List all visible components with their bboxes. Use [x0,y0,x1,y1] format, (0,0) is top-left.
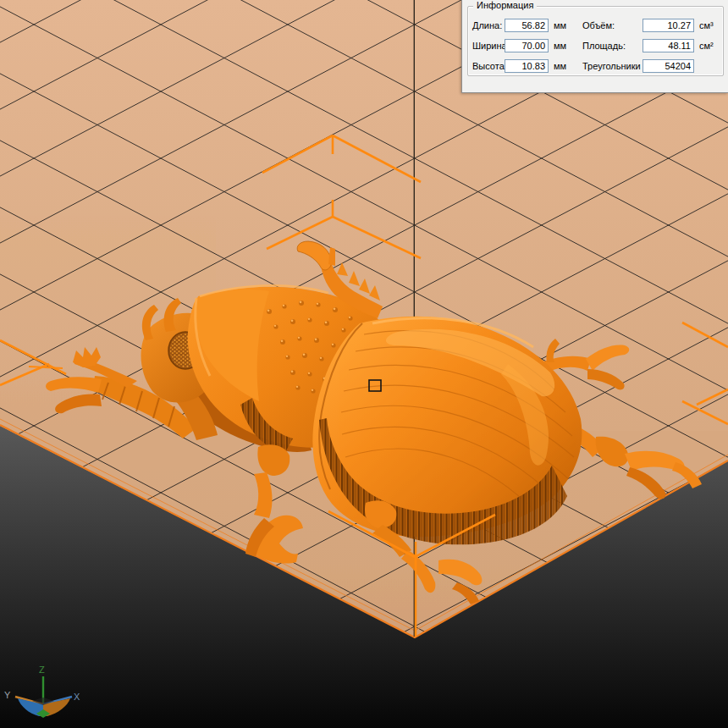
info-panel: Информация Длина: 56.82 мм Ширина: 70.00… [461,0,728,93]
height-input[interactable]: 10.83 [505,59,549,73]
stats-column: Объём: 10.27 см³ Площадь: 48.11 см² Треу… [582,19,721,73]
triangles-unit [694,59,721,73]
width-input[interactable]: 70.00 [505,39,549,52]
height-label: Высота: [472,59,505,73]
dimensions-column: Длина: 56.82 мм Ширина: 70.00 мм Высота:… [472,19,582,73]
triangles-input[interactable]: 54204 [643,59,694,73]
information-groupbox: Информация Длина: 56.82 мм Ширина: 70.00… [467,6,724,76]
width-unit: мм [549,39,582,52]
area-unit: см² [694,39,721,52]
volume-input[interactable]: 10.27 [643,19,694,32]
y-axis-label: Y [4,690,11,700]
length-label: Длина: [472,19,505,32]
height-unit: мм [549,59,582,73]
triangles-label: Треугольники [582,59,643,73]
volume-unit: см³ [694,19,721,32]
groupbox-title: Информация [473,0,537,10]
x-axis-label: X [74,692,80,702]
width-label: Ширина: [472,39,505,52]
volume-label: Объём: [582,19,643,32]
length-unit: мм [549,19,582,32]
z-axis-label: Z [39,665,45,675]
length-input[interactable]: 56.82 [505,19,549,32]
area-input[interactable]: 48.11 [643,39,694,52]
viewport-3d[interactable]: Z X Y [0,0,728,728]
area-label: Площадь: [582,39,643,52]
